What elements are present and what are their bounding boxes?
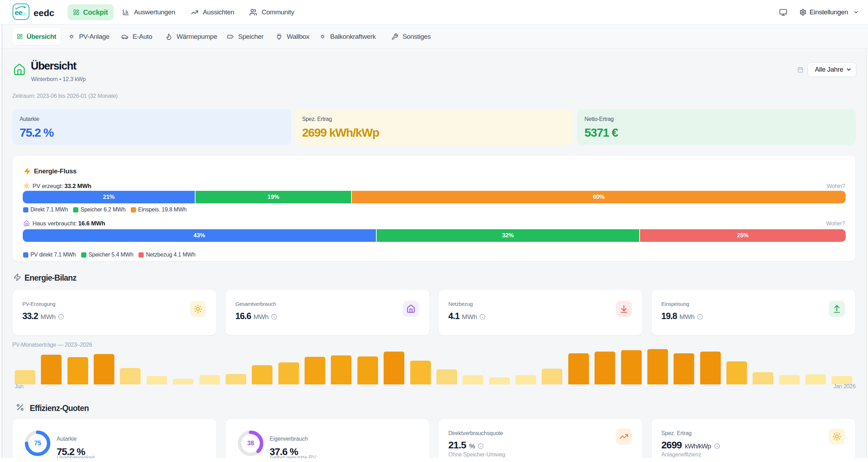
svg-text:ee: ee [15, 8, 22, 16]
svg-text:dc: dc [22, 12, 27, 17]
